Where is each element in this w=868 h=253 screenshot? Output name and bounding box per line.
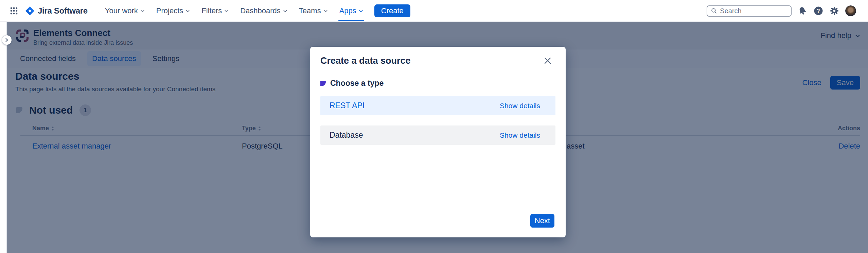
modal-title: Create a data source — [320, 56, 411, 66]
option-database[interactable]: Database Show details — [320, 125, 555, 145]
expand-sidebar-button[interactable] — [2, 35, 12, 45]
app-switcher-icon[interactable] — [10, 6, 18, 15]
search-input[interactable] — [720, 7, 787, 15]
nav-dashboards[interactable]: Dashboards — [234, 0, 293, 22]
main-menu: Your work Projects Filters Dashboards Te… — [99, 0, 369, 22]
chevron-down-icon — [359, 9, 363, 13]
product-name: Jira Software — [38, 6, 88, 16]
jira-logo[interactable]: Jira Software — [25, 6, 88, 16]
nav-apps[interactable]: Apps — [334, 0, 369, 22]
notifications-bell-icon[interactable] — [797, 6, 808, 16]
settings-gear-icon[interactable] — [829, 6, 839, 16]
chevron-down-icon — [185, 9, 190, 13]
user-avatar[interactable] — [845, 5, 856, 16]
next-button[interactable]: Next — [530, 214, 554, 228]
step-label: Choose a type — [330, 79, 384, 88]
chevron-right-icon — [5, 38, 9, 42]
chevron-down-icon — [140, 9, 145, 13]
top-navigation: Jira Software Your work Projects Filters… — [0, 0, 868, 22]
help-icon[interactable]: ? — [813, 6, 823, 16]
step-marker-icon — [320, 81, 326, 86]
jira-page: Jira Software Your work Projects Filters… — [0, 0, 868, 253]
chevron-down-icon — [283, 9, 287, 13]
nav-projects[interactable]: Projects — [150, 0, 196, 22]
nav-teams[interactable]: Teams — [293, 0, 334, 22]
show-details-link[interactable]: Show details — [500, 131, 540, 139]
show-details-link[interactable]: Show details — [500, 102, 540, 110]
create-data-source-modal: Create a data source Choose a type REST … — [310, 47, 566, 237]
create-button[interactable]: Create — [374, 4, 410, 17]
svg-text:?: ? — [817, 8, 820, 14]
active-nav-underline — [338, 20, 364, 21]
search-icon — [711, 7, 717, 15]
option-rest-api[interactable]: REST API Show details — [320, 96, 555, 115]
chevron-down-icon — [323, 9, 328, 13]
nav-filters[interactable]: Filters — [196, 0, 234, 22]
chevron-down-icon — [224, 9, 229, 13]
close-icon[interactable] — [542, 55, 553, 66]
nav-your-work[interactable]: Your work — [99, 0, 150, 22]
collapsed-sidebar — [0, 22, 7, 253]
search-box[interactable] — [707, 5, 792, 17]
